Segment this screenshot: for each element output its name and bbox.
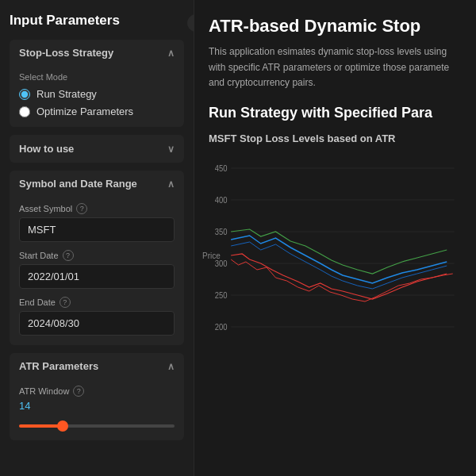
stop-loss-section: Stop-Loss Strategy ∧ Select Mode Run Str… [10, 40, 184, 127]
atr-params-header[interactable]: ATR Parameters ∧ [10, 353, 184, 379]
atr-params-body: ATR Window ? 14 [10, 379, 184, 440]
svg-text:350: 350 [215, 228, 228, 236]
how-to-use-section: How to use ∨ [10, 135, 184, 163]
stop-loss-body: Select Mode Run Strategy Optimize Parame… [10, 66, 184, 127]
symbol-date-chevron: ∧ [167, 178, 175, 190]
stop-loss-header[interactable]: Stop-Loss Strategy ∧ [10, 40, 184, 66]
stop-loss-chevron: ∧ [167, 48, 175, 59]
chart-title: MSFT Stop Loss Levels based on ATR [209, 132, 462, 144]
svg-text:450: 450 [215, 164, 228, 173]
sidebar-title: Input Parameters [10, 13, 184, 29]
run-section-title: Run Strategy with Specified Para [209, 105, 462, 121]
symbol-date-body: Asset Symbol ? Start Date ? End Date ? [10, 197, 184, 345]
svg-text:400: 400 [215, 196, 228, 205]
svg-text:300: 300 [215, 259, 228, 268]
atr-window-label: ATR Window ? [19, 386, 175, 397]
atr-params-section: ATR Parameters ∧ ATR Window ? 14 [10, 353, 184, 440]
start-date-input[interactable] [19, 264, 175, 289]
price-chart: 450 400 350 300 250 200 [209, 152, 462, 359]
asset-symbol-label: Asset Symbol ? [19, 203, 175, 214]
asset-symbol-input[interactable] [19, 217, 175, 242]
main-panel: ATR-based Dynamic Stop This application … [194, 0, 476, 476]
y-axis-label: Price [202, 251, 221, 259]
end-date-input[interactable] [19, 311, 175, 336]
sidebar-toggle[interactable]: ‹ [187, 14, 194, 32]
select-mode-label: Select Mode [19, 72, 175, 82]
main-description: This application esimates dynamic stop-l… [209, 44, 462, 90]
how-to-use-chevron: ∨ [167, 144, 175, 155]
atr-slider-container [19, 416, 175, 431]
radio-group: Run Strategy Optimize Parameters [19, 88, 175, 117]
chart-container: Price 450 400 350 300 250 200 [209, 152, 462, 359]
end-date-info-icon[interactable]: ? [60, 297, 71, 308]
svg-text:200: 200 [215, 323, 228, 332]
asset-symbol-info-icon[interactable]: ? [76, 203, 87, 214]
symbol-date-header[interactable]: Symbol and Date Range ∧ [10, 171, 184, 197]
atr-window-value: 14 [19, 400, 175, 412]
radio-run-input[interactable] [19, 89, 30, 100]
start-date-info-icon[interactable]: ? [63, 250, 74, 261]
atr-window-slider[interactable] [19, 424, 175, 428]
sidebar: ‹ Input Parameters Stop-Loss Strategy ∧ … [0, 0, 194, 476]
atr-params-chevron: ∧ [167, 361, 175, 372]
start-date-label: Start Date ? [19, 250, 175, 261]
symbol-date-section: Symbol and Date Range ∧ Asset Symbol ? S… [10, 171, 184, 345]
atr-window-info-icon[interactable]: ? [73, 386, 84, 397]
end-date-label: End Date ? [19, 297, 175, 308]
radio-run-strategy[interactable]: Run Strategy [19, 88, 175, 100]
main-title: ATR-based Dynamic Stop [209, 16, 462, 36]
how-to-use-header[interactable]: How to use ∨ [10, 135, 184, 163]
radio-optimize[interactable]: Optimize Parameters [19, 106, 175, 117]
svg-text:250: 250 [215, 291, 228, 300]
radio-optimize-input[interactable] [19, 106, 30, 117]
